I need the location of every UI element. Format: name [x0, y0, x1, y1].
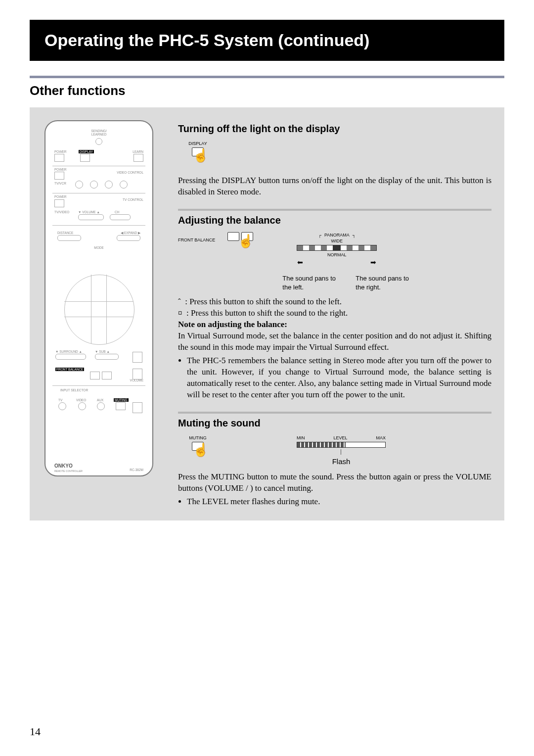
level-meter: MIN LEVEL MAX │ — [297, 435, 386, 455]
sub1-para: Pressing the DISPLAY button turns on/off… — [178, 175, 491, 198]
remote-sub-button — [95, 354, 119, 360]
meter-level: LEVEL — [333, 435, 347, 441]
remote-display-button — [80, 154, 90, 162]
remote-brand: ONKYO — [54, 463, 73, 469]
remote-tvvideo-label: TV/VIDEO — [54, 210, 69, 214]
remote-volup-button — [133, 352, 142, 363]
remote-tvctrl-label: TV CONTROL — [123, 198, 143, 201]
sub3-diagram-row: MUTING ☝ MIN LEVEL MAX │ Flash — [178, 435, 491, 467]
remote-voldown-button — [133, 369, 142, 379]
meter-panorama: PANORAMA — [324, 232, 350, 238]
remote-display-label: DISPLAY — [79, 150, 94, 153]
balance-meter-block: ┌PANORAMA┐ WIDE NORMAL — [282, 232, 415, 291]
balance-scale-icon — [297, 245, 377, 251]
remote-muting-label: MUTING — [114, 398, 129, 402]
remote-column: SENDING/ LEARNED POWER DISPLAY LEARN POW… — [30, 120, 168, 508]
remote-muting-button — [116, 402, 126, 410]
sub2-note-head: Note on adjusting the balance: — [178, 319, 491, 331]
balance-right-caption: The sound pans to the right. — [356, 274, 415, 291]
sub3-bullets: The LEVEL meter flashes during mute. — [178, 496, 491, 508]
remote-power-button — [54, 154, 64, 162]
remote-rew-button — [75, 181, 83, 189]
section-heading: Other functions — [30, 83, 504, 98]
sub3-bullet: The LEVEL meter flashes during mute. — [187, 496, 491, 508]
remote-balance-right-button — [102, 372, 112, 379]
remote-learn-label: LEARN — [133, 150, 143, 153]
sub3-heading: Muting the sound — [178, 417, 491, 430]
remote-brand-sub: REMOTE CONTROLLER — [54, 470, 83, 472]
remote-mode-label: MODE — [94, 246, 104, 249]
hand-icon: ☝ — [193, 149, 209, 162]
remote-led-label: SENDING/ LEARNED — [91, 129, 106, 136]
remote-power2-button — [54, 172, 64, 180]
remote-power3-label: POWER — [54, 195, 67, 198]
remote-power2-label: POWER — [54, 168, 67, 171]
meter-wide: WIDE — [282, 238, 391, 244]
remote-expand-button — [117, 235, 140, 241]
remote-aux-button — [97, 402, 105, 410]
hand-icon: ☝ — [193, 444, 209, 457]
sub2-rule — [178, 209, 491, 211]
remote-volume-button — [78, 214, 104, 220]
remote-learn-button — [134, 154, 143, 162]
balance-button-press-diagram: ☝ — [218, 232, 263, 262]
sub1-heading: Turning off the light on the display — [178, 122, 491, 136]
remote-videoctrl-label: VIDEO CONTROL — [117, 171, 143, 174]
flash-label: Flash — [297, 457, 386, 467]
remote-tvvcr-label: TV/VCR — [54, 182, 66, 185]
hand-icon: ☝ — [238, 235, 254, 248]
sub2-line-left: : Press this button to shift the sound t… — [185, 297, 342, 306]
remote-ff-button — [90, 181, 98, 189]
level-meter-block: MIN LEVEL MAX │ Flash — [237, 435, 386, 467]
sub2-line-right: : Press this button to shift the sound t… — [186, 308, 348, 318]
meter-max: MAX — [376, 435, 386, 441]
page-number: 14 — [30, 725, 41, 738]
remote-aux-label: AUX — [97, 398, 103, 402]
sub2-bullet: The PHC-5 remembers the balance setting … — [187, 355, 491, 401]
remote-voldown2-button — [133, 402, 142, 413]
balance-meter: ┌PANORAMA┐ WIDE NORMAL — [282, 232, 391, 267]
balance-captions: The sound pans to the left. The sound pa… — [282, 274, 415, 291]
remote-inputselector-label: INPUT SELECTOR — [60, 388, 88, 392]
sub1-diagram-row: DISPLAY ☝ — [178, 141, 491, 170]
remote-video-button — [78, 402, 86, 410]
remote-model: RC-382M — [130, 468, 143, 472]
muting-button-cap: MUTING — [178, 435, 218, 441]
remote-ch-label: CH — [115, 210, 119, 214]
display-button-cap: DISPLAY — [178, 141, 218, 146]
remote-play-button — [120, 181, 128, 189]
remote-diagram: SENDING/ LEARNED POWER DISPLAY LEARN POW… — [44, 120, 153, 476]
remote-volume-label: ▼ VOLUME ▲ — [78, 210, 100, 214]
manual-page: Operating the PHC-5 System (continued) O… — [0, 0, 534, 756]
arrow-left-icon: ⬅ — [297, 258, 303, 267]
text-column: Turning off the light on the display DIS… — [178, 120, 491, 508]
remote-tv-label: TV — [58, 398, 62, 402]
arrow-right-icon: ➡ — [370, 258, 376, 267]
remote-surround-label: ▼ SURROUND ▲ — [55, 350, 82, 353]
remote-frontbalance-label: FRONT BALANCE — [55, 368, 84, 371]
balance-left-caption: The sound pans to the left. — [282, 274, 342, 291]
page-title: Operating the PHC-5 System (continued) — [44, 31, 369, 49]
sub2-lines: ˆ : Press this button to shift the sound… — [178, 296, 491, 400]
remote-dpad — [64, 275, 134, 344]
remote-stop-button — [105, 181, 113, 189]
level-tick-icon: │ — [297, 449, 386, 455]
remote-led-icon — [95, 138, 102, 145]
sub2-diagram-row: FRONT BALANCE ☝ ┌PANORAMA┐ WI — [178, 232, 491, 291]
remote-power-label: POWER — [54, 150, 67, 153]
sub3-rule — [178, 412, 491, 414]
content-box: SENDING/ LEARNED POWER DISPLAY LEARN POW… — [30, 107, 504, 520]
remote-sub-label: ▼ SUB ▲ — [95, 350, 110, 353]
meter-min: MIN — [297, 435, 305, 441]
level-bar-icon — [297, 442, 386, 448]
right-arrow-symbol: ¤ — [178, 308, 186, 318]
sub2-heading: Adjusting the balance — [178, 214, 491, 227]
remote-power3-button — [54, 199, 64, 207]
section-rule — [30, 76, 504, 78]
remote-balance-left-button — [90, 372, 100, 379]
muting-button-press-diagram: MUTING ☝ — [178, 435, 218, 465]
frontbalance-cap: FRONT BALANCE — [178, 232, 215, 243]
remote-distance-button — [57, 235, 81, 241]
page-title-band: Operating the PHC-5 System (continued) — [30, 20, 504, 61]
remote-surround-button — [55, 354, 86, 360]
